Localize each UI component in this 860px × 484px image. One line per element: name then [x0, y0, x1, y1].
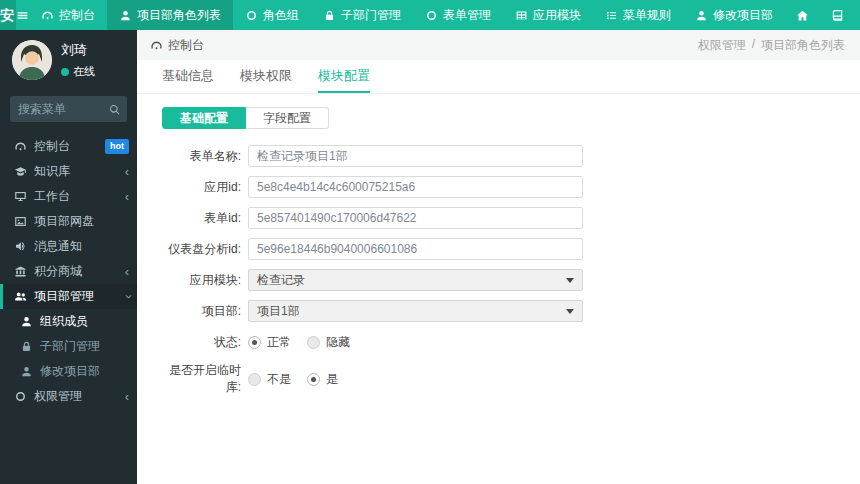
breadcrumb-label: 控制台: [168, 37, 204, 54]
sidebar-item-label: 积分商城: [34, 263, 118, 280]
chevron-down-icon: ‹: [120, 294, 133, 298]
top-menu-form-manage[interactable]: 表单管理: [413, 0, 503, 30]
sidebar-item-netdisk[interactable]: 项目部网盘: [0, 209, 137, 234]
radio-unchecked-icon: [307, 336, 320, 349]
online-dot: [61, 68, 69, 76]
temp-library-no-radio[interactable]: 不是: [248, 371, 291, 388]
brand-logo[interactable]: 安全帮: [0, 0, 16, 30]
sidebar-item-label: 项目部网盘: [34, 213, 129, 230]
module-config-form: 表单名称: 应用id: 表单id: 仪表盘分析id: 应用模块: 检查记录 项目…: [137, 145, 860, 396]
tab-module-permission[interactable]: 模块权限: [240, 68, 292, 93]
app-id-input[interactable]: [248, 176, 583, 198]
sidebar-item-label: 项目部管理: [34, 288, 118, 305]
users-icon: [14, 290, 27, 303]
breadcrumb: 控制台 权限管理 / 项目部角色列表: [137, 30, 860, 60]
dashboard-id-input[interactable]: [248, 238, 583, 260]
sidebar-user-panel: 刘琦 在线: [0, 30, 137, 92]
sidebar-user-name: 刘琦: [61, 41, 95, 59]
radio-checked-icon: [307, 373, 320, 386]
top-menu-label: 角色组: [263, 7, 299, 24]
sidebar-item-label: 控制台: [34, 138, 98, 155]
user-icon: [119, 9, 132, 22]
dashboard-id-label: 仪表盘分析id:: [162, 241, 248, 258]
top-menu-label: 项目部角色列表: [137, 7, 221, 24]
chevron-left-icon: ‹: [125, 390, 129, 403]
form-id-input[interactable]: [248, 207, 583, 229]
dashboard-icon: [14, 140, 27, 153]
sidebar: 刘琦 在线 控制台 hot 知识库 ‹ 工作台 ‹: [0, 30, 137, 484]
sidebar-toggle-button[interactable]: [16, 0, 29, 30]
home-button[interactable]: [785, 0, 820, 30]
breadcrumb-parent-link[interactable]: 权限管理: [698, 37, 746, 54]
breadcrumb-current-page: 项目部角色列表: [761, 37, 845, 54]
config-button-group: 基础配置 字段配置: [162, 107, 860, 129]
search-icon: [108, 103, 121, 116]
form-name-label: 表单名称:: [162, 148, 248, 165]
sidebar-item-sub-dept[interactable]: 子部门管理: [0, 334, 137, 359]
book-icon: [831, 9, 844, 22]
tab-basic-info[interactable]: 基础信息: [162, 68, 214, 93]
top-menu-role-group[interactable]: 角色组: [233, 0, 311, 30]
dashboard-icon: [41, 9, 54, 22]
basic-config-button[interactable]: 基础配置: [162, 107, 246, 129]
chevron-left-icon: ‹: [125, 190, 129, 203]
caret-down-icon: [566, 309, 574, 314]
top-menu-sub-dept[interactable]: 子部门管理: [311, 0, 413, 30]
sidebar-item-knowledge[interactable]: 知识库 ‹: [0, 159, 137, 184]
top-menu-label: 修改项目部: [713, 7, 773, 24]
main-content: 控制台 权限管理 / 项目部角色列表 基础信息 模块权限 模块配置 基础配置 字…: [137, 30, 860, 484]
search-button[interactable]: [101, 96, 127, 122]
user-icon: [20, 365, 33, 378]
status-hidden-radio[interactable]: 隐藏: [307, 334, 350, 351]
top-menu-console[interactable]: 控制台: [29, 0, 107, 30]
sidebar-item-project-manage[interactable]: 项目部管理 ‹: [0, 284, 137, 309]
sidebar-item-label: 知识库: [34, 163, 118, 180]
form-row: 应用模块: 检查记录: [162, 269, 860, 291]
form-row: 应用id:: [162, 176, 860, 198]
list-icon: [605, 9, 618, 22]
temp-library-yes-radio[interactable]: 是: [307, 371, 338, 388]
breadcrumb-separator: /: [752, 37, 755, 54]
top-menu-app-module[interactable]: 应用模块: [503, 0, 593, 30]
app-module-select[interactable]: 检查记录: [248, 269, 583, 291]
clear-cache-button[interactable]: [820, 0, 855, 30]
sidebar-item-notice[interactable]: 消息通知: [0, 234, 137, 259]
hot-badge: hot: [105, 139, 129, 154]
sidebar-item-workbench[interactable]: 工作台 ‹: [0, 184, 137, 209]
project-dept-select[interactable]: 项目1部: [248, 300, 583, 322]
radio-label: 不是: [267, 371, 291, 388]
sidebar-item-org-members[interactable]: 组织成员: [0, 309, 137, 334]
top-menu-label: 应用模块: [533, 7, 581, 24]
top-navbar: 安全帮 控制台 项目部角色列表 角色组 子部门管理 表单管理 应用模块: [0, 0, 860, 30]
graduation-cap-icon: [14, 165, 27, 178]
sidebar-item-permission[interactable]: 权限管理 ‹: [0, 384, 137, 409]
fullscreen-button[interactable]: [855, 0, 860, 30]
volume-icon: [14, 240, 27, 253]
status-normal-radio[interactable]: 正常: [248, 334, 291, 351]
field-config-button[interactable]: 字段配置: [246, 107, 329, 129]
breadcrumb-current[interactable]: 控制台: [150, 37, 204, 54]
form-name-input[interactable]: [248, 145, 583, 167]
table-icon: [515, 9, 528, 22]
home-icon: [796, 9, 809, 22]
selected-value: 检查记录: [257, 272, 566, 289]
tab-module-config[interactable]: 模块配置: [318, 68, 370, 93]
lock-icon: [20, 340, 33, 353]
search-input[interactable]: [10, 102, 101, 116]
selected-value: 项目1部: [257, 303, 566, 320]
app-module-label: 应用模块:: [162, 272, 248, 289]
top-menu-label: 表单管理: [443, 7, 491, 24]
top-menu-menu-rule[interactable]: 菜单规则: [593, 0, 683, 30]
temp-library-label: 是否开启临时库:: [162, 362, 248, 396]
top-menu-role-list[interactable]: 项目部角色列表: [107, 0, 233, 30]
top-menu-edit-project[interactable]: 修改项目部: [683, 0, 785, 30]
project-dept-label: 项目部:: [162, 303, 248, 320]
sidebar-item-points-mall[interactable]: 积分商城 ‹: [0, 259, 137, 284]
form-row: 项目部: 项目1部: [162, 300, 860, 322]
top-menu-label: 子部门管理: [341, 7, 401, 24]
radio-label: 隐藏: [326, 334, 350, 351]
sidebar-item-edit-project[interactable]: 修改项目部: [0, 359, 137, 384]
sidebar-item-console[interactable]: 控制台 hot: [0, 134, 137, 159]
form-row: 是否开启临时库: 不是 是: [162, 362, 860, 396]
radio-label: 正常: [267, 334, 291, 351]
